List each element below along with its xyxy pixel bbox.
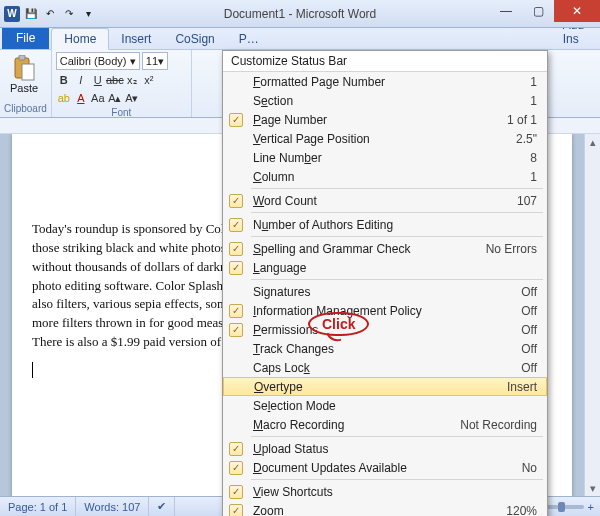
menu-item-label: Line Number: [249, 151, 524, 165]
paste-label: Paste: [10, 82, 38, 94]
menu-item-value: 8: [524, 151, 537, 165]
status-words[interactable]: Words: 107: [76, 497, 149, 516]
menu-item-label: Page Number: [249, 113, 501, 127]
grow-font-button[interactable]: A▴: [107, 90, 123, 106]
italic-button[interactable]: I: [73, 72, 89, 88]
tab-insert[interactable]: Insert: [109, 29, 163, 49]
menu-separator: [251, 436, 543, 437]
menu-check-col: ✓: [223, 242, 249, 256]
scroll-down-icon[interactable]: ▾: [585, 480, 600, 496]
menu-item-label: Formatted Page Number: [249, 75, 524, 89]
menu-item-value: No Errors: [480, 242, 537, 256]
menu-item-number-of-authors-editing[interactable]: ✓Number of Authors Editing: [223, 215, 547, 234]
check-icon: ✓: [229, 323, 243, 337]
menu-item-label: Document Updates Available: [249, 461, 516, 475]
window-controls: — ▢ ✕: [490, 0, 600, 22]
menu-item-upload-status[interactable]: ✓Upload Status: [223, 439, 547, 458]
menu-item-permissions[interactable]: ✓PermissionsOff: [223, 320, 547, 339]
menu-item-column[interactable]: Column1: [223, 167, 547, 186]
scroll-up-icon[interactable]: ▴: [585, 134, 600, 150]
status-proofing-icon[interactable]: ✔: [149, 497, 175, 516]
menu-item-label: Information Management Policy: [249, 304, 515, 318]
subscript-button[interactable]: x₂: [124, 72, 140, 88]
superscript-button[interactable]: x²: [141, 72, 157, 88]
undo-icon[interactable]: ↶: [42, 6, 58, 22]
redo-icon[interactable]: ↷: [61, 6, 77, 22]
change-case-button[interactable]: Aa: [90, 90, 106, 106]
menu-item-label: Overtype: [250, 380, 501, 394]
tab-hidden[interactable]: P…: [227, 29, 271, 49]
menu-separator: [251, 212, 543, 213]
menu-title: Customize Status Bar: [223, 51, 547, 72]
menu-check-col: ✓: [223, 261, 249, 275]
menu-item-macro-recording[interactable]: Macro RecordingNot Recording: [223, 415, 547, 434]
strike-button[interactable]: abc: [107, 72, 123, 88]
menu-item-value: Not Recording: [454, 418, 537, 432]
menu-item-label: Track Changes: [249, 342, 515, 356]
minimize-button[interactable]: —: [490, 0, 522, 22]
save-icon[interactable]: 💾: [23, 6, 39, 22]
menu-item-overtype[interactable]: OvertypeInsert: [223, 377, 547, 396]
bold-button[interactable]: B: [56, 72, 72, 88]
menu-item-value: Off: [515, 361, 537, 375]
status-page[interactable]: Page: 1 of 1: [0, 497, 76, 516]
menu-item-label: Signatures: [249, 285, 515, 299]
menu-separator: [251, 188, 543, 189]
menu-item-label: Permissions: [249, 323, 515, 337]
menu-item-line-number[interactable]: Line Number8: [223, 148, 547, 167]
menu-item-label: Section: [249, 94, 524, 108]
menu-item-word-count[interactable]: ✓Word Count107: [223, 191, 547, 210]
menu-check-col: ✓: [223, 194, 249, 208]
qat-dropdown-icon[interactable]: ▾: [80, 6, 96, 22]
menu-check-col: ✓: [223, 485, 249, 499]
word-app-icon[interactable]: W: [4, 6, 20, 22]
zoom-slider-thumb[interactable]: [558, 502, 565, 512]
menu-item-value: Off: [515, 342, 537, 356]
menu-item-signatures[interactable]: SignaturesOff: [223, 282, 547, 301]
svg-rect-1: [19, 55, 25, 60]
close-button[interactable]: ✕: [554, 0, 600, 22]
font-color-button[interactable]: A: [73, 90, 89, 106]
menu-item-track-changes[interactable]: Track ChangesOff: [223, 339, 547, 358]
menu-item-vertical-page-position[interactable]: Vertical Page Position2.5": [223, 129, 547, 148]
menu-item-language[interactable]: ✓Language: [223, 258, 547, 277]
font-size-combo[interactable]: 11▾: [142, 52, 168, 70]
tab-cosign[interactable]: CoSign: [163, 29, 226, 49]
menu-check-col: ✓: [223, 218, 249, 232]
menu-separator: [251, 279, 543, 280]
menu-item-information-management-policy[interactable]: ✓Information Management PolicyOff: [223, 301, 547, 320]
maximize-button[interactable]: ▢: [522, 0, 554, 22]
menu-item-document-updates-available[interactable]: ✓Document Updates AvailableNo: [223, 458, 547, 477]
menu-item-spelling-and-grammar-check[interactable]: ✓Spelling and Grammar CheckNo Errors: [223, 239, 547, 258]
check-icon: ✓: [229, 194, 243, 208]
tab-home[interactable]: Home: [51, 28, 109, 50]
menu-item-formatted-page-number[interactable]: Formatted Page Number1: [223, 72, 547, 91]
font-name-combo[interactable]: Calibri (Body)▾: [56, 52, 140, 70]
tab-file[interactable]: File: [2, 27, 49, 49]
menu-item-label: Selection Mode: [249, 399, 531, 413]
zoom-in-button[interactable]: +: [588, 501, 594, 513]
menu-item-zoom[interactable]: ✓Zoom120%: [223, 501, 547, 516]
underline-button[interactable]: U: [90, 72, 106, 88]
check-icon: ✓: [229, 261, 243, 275]
paste-icon: [12, 55, 36, 81]
paste-button[interactable]: Paste: [4, 52, 44, 94]
menu-item-view-shortcuts[interactable]: ✓View Shortcuts: [223, 482, 547, 501]
menu-item-section[interactable]: Section1: [223, 91, 547, 110]
menu-item-label: Spelling and Grammar Check: [249, 242, 480, 256]
menu-item-label: Vertical Page Position: [249, 132, 510, 146]
vertical-scrollbar[interactable]: ▴ ▾: [584, 134, 600, 496]
menu-item-value: 107: [511, 194, 537, 208]
menu-item-caps-lock[interactable]: Caps LockOff: [223, 358, 547, 377]
menu-item-label: Language: [249, 261, 531, 275]
check-icon: ✓: [229, 485, 243, 499]
check-icon: ✓: [229, 442, 243, 456]
menu-item-page-number[interactable]: ✓Page Number1 of 1: [223, 110, 547, 129]
menu-item-value: Insert: [501, 380, 537, 394]
menu-item-label: Macro Recording: [249, 418, 454, 432]
shrink-font-button[interactable]: A▾: [124, 90, 140, 106]
menu-item-selection-mode[interactable]: Selection Mode: [223, 396, 547, 415]
menu-check-col: ✓: [223, 461, 249, 475]
check-icon: ✓: [229, 242, 243, 256]
highlight-button[interactable]: ab: [56, 90, 72, 106]
